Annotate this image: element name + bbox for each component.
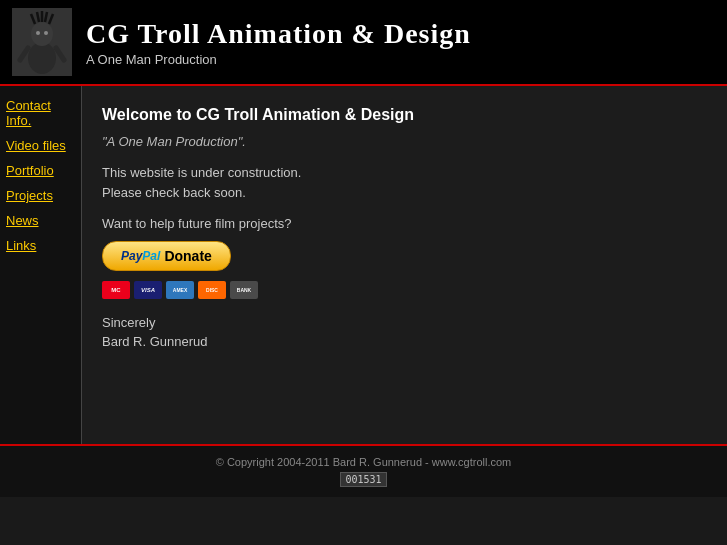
svg-point-0: [28, 42, 56, 74]
visit-counter: 001531: [340, 472, 386, 487]
paypal-icon: PayPal: [121, 249, 160, 263]
donate-prompt-text: Want to help future film projects?: [102, 216, 707, 231]
sincerely-text: Sincerely: [102, 315, 707, 330]
sidebar-item-news[interactable]: News: [6, 213, 75, 228]
sidebar-item-links[interactable]: Links: [6, 238, 75, 253]
logo-image: [12, 8, 72, 76]
copyright-text: © Copyright 2004-2011 Bard R. Gunnerud -…: [10, 456, 717, 468]
site-footer: © Copyright 2004-2011 Bard R. Gunnerud -…: [0, 446, 727, 497]
svg-line-3: [37, 12, 39, 22]
svg-line-5: [45, 12, 47, 22]
site-subtitle: A One Man Production: [86, 52, 471, 67]
mastercard-icon: MC: [102, 281, 130, 299]
bank-icon: BANK: [230, 281, 258, 299]
sidebar: Contact Info. Video files Portfolio Proj…: [0, 86, 82, 444]
welcome-heading: Welcome to CG Troll Animation & Design: [102, 104, 707, 126]
troll-icon: [15, 10, 70, 75]
svg-point-8: [44, 31, 48, 35]
site-title: CG Troll Animation & Design: [86, 18, 471, 50]
payment-card-icons: MC VISA AMEX DISC BANK: [102, 281, 707, 299]
svg-point-1: [31, 22, 53, 46]
visa-icon: VISA: [134, 281, 162, 299]
donate-button-label: Donate: [164, 248, 211, 264]
svg-line-9: [20, 48, 28, 60]
main-content: Welcome to CG Troll Animation & Design "…: [82, 86, 727, 444]
donate-button[interactable]: PayPal Donate: [102, 241, 231, 271]
quote-text: "A One Man Production".: [102, 134, 707, 149]
under-construction-text: This website is under construction. Plea…: [102, 163, 302, 202]
site-header: CG Troll Animation & Design A One Man Pr…: [0, 0, 727, 86]
svg-line-2: [31, 14, 35, 24]
sidebar-item-video[interactable]: Video files: [6, 138, 75, 153]
author-name: Bard R. Gunnerud: [102, 334, 707, 349]
svg-point-7: [36, 31, 40, 35]
sidebar-item-projects[interactable]: Projects: [6, 188, 75, 203]
header-text-block: CG Troll Animation & Design A One Man Pr…: [86, 18, 471, 67]
svg-line-10: [56, 48, 64, 60]
main-layout: Contact Info. Video files Portfolio Proj…: [0, 86, 727, 446]
discover-icon: DISC: [198, 281, 226, 299]
svg-line-6: [49, 14, 53, 24]
sidebar-item-contact[interactable]: Contact Info.: [6, 98, 75, 128]
donate-container: PayPal Donate: [102, 241, 707, 277]
sidebar-item-portfolio[interactable]: Portfolio: [6, 163, 75, 178]
amex-icon: AMEX: [166, 281, 194, 299]
